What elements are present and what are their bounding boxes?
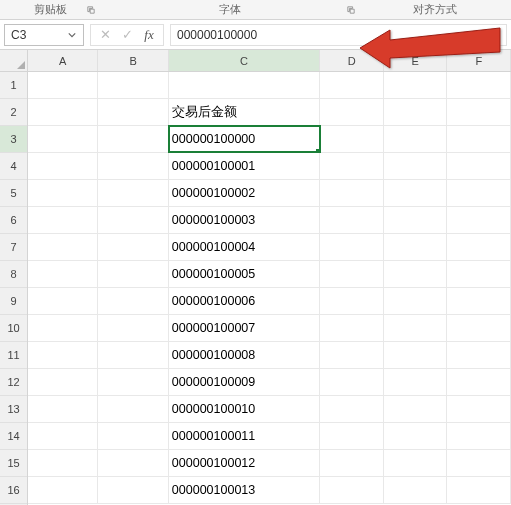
cell[interactable] xyxy=(320,207,384,233)
cell[interactable] xyxy=(98,396,168,422)
cell[interactable] xyxy=(384,261,448,287)
cell[interactable] xyxy=(384,288,448,314)
cell[interactable] xyxy=(384,99,448,125)
cell[interactable] xyxy=(28,477,98,503)
cell[interactable] xyxy=(28,126,98,152)
cell[interactable] xyxy=(28,153,98,179)
row-header[interactable]: 4 xyxy=(0,153,27,180)
row-header[interactable]: 14 xyxy=(0,423,27,450)
cell[interactable] xyxy=(384,423,448,449)
cell[interactable] xyxy=(28,180,98,206)
row-header[interactable]: 6 xyxy=(0,207,27,234)
cell[interactable] xyxy=(384,153,448,179)
cell[interactable] xyxy=(98,423,168,449)
row-header[interactable]: 2 xyxy=(0,99,27,126)
column-header[interactable]: C xyxy=(169,50,321,71)
cell[interactable]: 000000100008 xyxy=(169,342,320,368)
cell[interactable] xyxy=(320,450,384,476)
cell[interactable] xyxy=(28,288,98,314)
cell[interactable] xyxy=(447,72,511,98)
cell[interactable] xyxy=(320,315,384,341)
row-header[interactable]: 5 xyxy=(0,180,27,207)
cell[interactable]: 000000100013 xyxy=(169,477,320,503)
cell[interactable] xyxy=(98,99,168,125)
cell[interactable] xyxy=(98,72,168,98)
cell[interactable] xyxy=(28,369,98,395)
cell[interactable]: 000000100009 xyxy=(169,369,320,395)
cell[interactable]: 000000100011 xyxy=(169,423,320,449)
cell[interactable]: 000000100010 xyxy=(169,396,320,422)
cell[interactable] xyxy=(169,72,320,98)
cell[interactable] xyxy=(384,342,448,368)
cell[interactable] xyxy=(320,396,384,422)
column-header[interactable]: B xyxy=(98,50,168,71)
select-all-corner[interactable] xyxy=(0,50,27,72)
cell[interactable] xyxy=(447,396,511,422)
row-header[interactable]: 12 xyxy=(0,369,27,396)
cell[interactable] xyxy=(447,207,511,233)
cell[interactable] xyxy=(320,423,384,449)
confirm-icon[interactable]: ✓ xyxy=(117,26,137,44)
cell[interactable]: 000000100004 xyxy=(169,234,320,260)
cell[interactable] xyxy=(28,234,98,260)
cell[interactable] xyxy=(98,180,168,206)
cell[interactable]: 000000100006 xyxy=(169,288,320,314)
chevron-down-icon[interactable] xyxy=(67,30,77,40)
cell[interactable] xyxy=(384,369,448,395)
column-header[interactable]: E xyxy=(384,50,448,71)
cell[interactable] xyxy=(28,207,98,233)
cell[interactable] xyxy=(384,207,448,233)
cell[interactable] xyxy=(384,450,448,476)
cell[interactable] xyxy=(320,288,384,314)
cell[interactable] xyxy=(447,315,511,341)
cell[interactable] xyxy=(28,99,98,125)
cell[interactable] xyxy=(28,315,98,341)
cell[interactable] xyxy=(98,126,168,152)
row-header[interactable]: 3 xyxy=(0,126,27,153)
cell[interactable] xyxy=(447,369,511,395)
row-header[interactable]: 11 xyxy=(0,342,27,369)
cell[interactable] xyxy=(98,261,168,287)
cell[interactable] xyxy=(28,396,98,422)
row-header[interactable]: 1 xyxy=(0,72,27,99)
fx-icon[interactable]: fx xyxy=(139,26,159,44)
cell[interactable] xyxy=(384,234,448,260)
cell[interactable] xyxy=(447,261,511,287)
cell[interactable] xyxy=(98,234,168,260)
cell[interactable] xyxy=(320,261,384,287)
cell[interactable] xyxy=(384,477,448,503)
cell[interactable] xyxy=(28,423,98,449)
cell[interactable] xyxy=(320,126,384,152)
row-header[interactable]: 10 xyxy=(0,315,27,342)
formula-input[interactable]: 000000100000 xyxy=(170,24,507,46)
cell[interactable] xyxy=(98,315,168,341)
cell[interactable] xyxy=(447,180,511,206)
dialog-launcher-icon[interactable] xyxy=(346,5,356,15)
cell[interactable] xyxy=(447,153,511,179)
cell[interactable] xyxy=(98,342,168,368)
column-header[interactable]: A xyxy=(28,50,98,71)
row-header[interactable]: 8 xyxy=(0,261,27,288)
cell[interactable] xyxy=(98,153,168,179)
cell[interactable]: 000000100007 xyxy=(169,315,320,341)
cell[interactable] xyxy=(447,450,511,476)
cell[interactable] xyxy=(447,99,511,125)
cell[interactable] xyxy=(28,72,98,98)
name-box[interactable]: C3 xyxy=(4,24,84,46)
cell[interactable] xyxy=(320,180,384,206)
cell[interactable] xyxy=(384,72,448,98)
cell[interactable] xyxy=(320,99,384,125)
cell[interactable] xyxy=(320,477,384,503)
cell[interactable] xyxy=(447,288,511,314)
cell[interactable] xyxy=(320,72,384,98)
cell[interactable] xyxy=(320,369,384,395)
cell[interactable] xyxy=(98,477,168,503)
cell[interactable]: 交易后金额 xyxy=(169,99,320,125)
cell[interactable]: 000000100003 xyxy=(169,207,320,233)
column-header[interactable]: F xyxy=(447,50,511,71)
cell[interactable] xyxy=(384,315,448,341)
row-header[interactable]: 15 xyxy=(0,450,27,477)
cell[interactable]: 000000100012 xyxy=(169,450,320,476)
cell[interactable] xyxy=(28,450,98,476)
cancel-icon[interactable]: ✕ xyxy=(95,26,115,44)
